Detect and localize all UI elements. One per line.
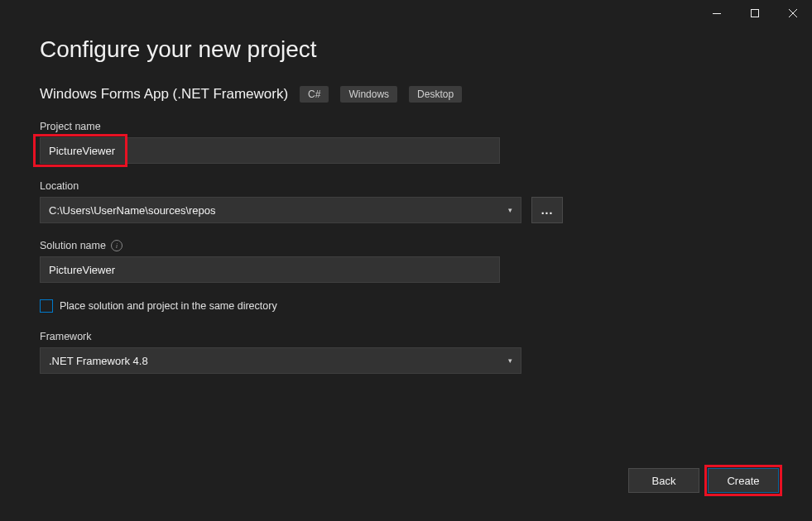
- framework-select[interactable]: .NET Framework 4.8 ▾: [40, 347, 521, 374]
- location-select[interactable]: C:\Users\UserName\sources\repos ▾: [40, 197, 521, 223]
- chevron-down-icon: ▾: [508, 206, 512, 214]
- page-title: Configure your new project: [40, 36, 772, 63]
- tag-platform: Windows: [340, 86, 397, 103]
- solution-name-label-text: Solution name: [40, 240, 106, 251]
- tag-language: C#: [300, 86, 329, 103]
- framework-value: .NET Framework 4.8: [49, 355, 148, 367]
- same-directory-label: Place solution and project in the same d…: [60, 300, 277, 312]
- back-button[interactable]: Back: [628, 468, 699, 493]
- location-field: Location C:\Users\UserName\sources\repos…: [40, 180, 772, 223]
- project-name-input[interactable]: [40, 137, 500, 164]
- project-template-name: Windows Forms App (.NET Framework): [40, 86, 288, 103]
- chevron-down-icon: ▾: [508, 356, 512, 365]
- same-directory-row: Place solution and project in the same d…: [40, 299, 772, 313]
- svg-rect-1: [752, 10, 759, 17]
- location-label: Location: [40, 180, 772, 192]
- solution-name-label: Solution name i: [40, 240, 772, 251]
- project-name-field: Project name: [40, 121, 772, 164]
- footer-buttons: Back Create: [628, 468, 779, 493]
- browse-button[interactable]: ...: [531, 197, 563, 223]
- framework-label: Framework: [40, 331, 772, 342]
- close-button[interactable]: [774, 0, 812, 26]
- svg-rect-0: [713, 13, 721, 14]
- maximize-button[interactable]: [736, 0, 774, 26]
- window-titlebar: [0, 0, 812, 26]
- framework-field: Framework .NET Framework 4.8 ▾: [40, 331, 772, 374]
- project-name-label: Project name: [40, 121, 772, 132]
- create-button[interactable]: Create: [708, 468, 779, 493]
- minimize-button[interactable]: [698, 0, 736, 26]
- info-icon[interactable]: i: [111, 240, 123, 251]
- same-directory-checkbox[interactable]: [40, 299, 53, 313]
- location-value: C:\Users\UserName\sources\repos: [49, 204, 216, 217]
- tag-type: Desktop: [409, 86, 462, 103]
- solution-name-field: Solution name i: [40, 240, 772, 283]
- solution-name-input[interactable]: [40, 256, 500, 283]
- project-template-row: Windows Forms App (.NET Framework) C# Wi…: [40, 86, 772, 103]
